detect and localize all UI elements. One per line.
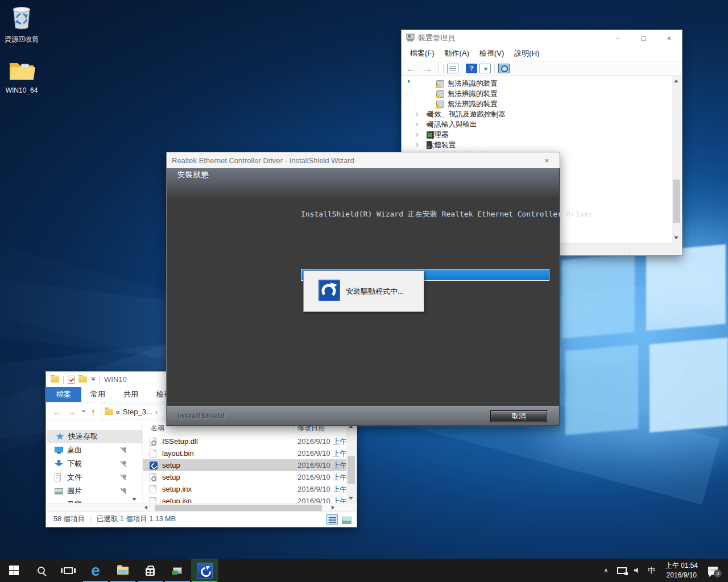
horizontal-scrollbar[interactable] (47, 503, 356, 512)
file-list-scrollbar[interactable] (346, 422, 356, 503)
menu-item[interactable]: 說明(H) (509, 48, 544, 59)
ribbon-tab[interactable]: 常用 (81, 387, 114, 402)
device-tree-item[interactable]: › 無法辨識的裝置 (402, 99, 672, 109)
device-tree-item[interactable]: › 無法辨識的裝置 (402, 78, 672, 89)
ribbon-tab[interactable]: 共用 (114, 387, 147, 402)
taskbar-button-icon (117, 567, 129, 575)
nav-forward-icon[interactable]: → (66, 407, 78, 417)
file-row[interactable]: setup.isn 2016/9/10 上午 0 (143, 495, 356, 503)
device-tree-item[interactable]: › 無法辨識的裝置 (402, 89, 672, 99)
help-icon[interactable]: ? (466, 64, 477, 73)
scrollbar-thumb[interactable] (155, 505, 322, 511)
sidebar-item[interactable]: 快速存取 (47, 430, 142, 443)
clock[interactable]: 上午 01:54 2016/9/10 (660, 561, 704, 579)
device-label: 無法辨識的裝置 (448, 99, 498, 109)
scroll-down-icon[interactable] (672, 233, 681, 243)
device-manager-titlebar[interactable]: 裝置管理員 – □ × (402, 30, 682, 46)
sidebar-item[interactable]: 桌面 (47, 443, 142, 457)
device-tree-item[interactable]: › 軟體裝置 (402, 140, 672, 150)
subdialog-text: 安裝驅動程式中... (346, 286, 404, 297)
scroll-up-icon[interactable] (672, 76, 681, 86)
sidebar-item[interactable]: 音樂 (47, 498, 142, 503)
file-row[interactable]: setup 2016/9/10 上午 0 (143, 459, 356, 471)
sidebar-item[interactable]: 圖片 (47, 484, 142, 498)
forward-icon[interactable]: → (420, 64, 435, 73)
taskbar-button[interactable] (27, 559, 55, 582)
desktop-icon-win10-folder[interactable]: WIN10_64 (1, 60, 42, 94)
menu-item[interactable]: 檔案(F) (405, 48, 440, 59)
device-tree-item[interactable]: › 音效、視訊及遊戲控制器 (402, 109, 672, 119)
maximize-button[interactable]: □ (631, 30, 656, 46)
taskbar-button[interactable] (55, 559, 82, 582)
scan-hardware-icon[interactable] (498, 64, 510, 73)
column-name[interactable]: 名稱 (143, 423, 164, 433)
action-center-icon[interactable]: 3 (708, 567, 718, 575)
new-folder-quick-icon[interactable] (78, 376, 87, 383)
device-tree-item[interactable]: › 處理器 (402, 130, 672, 140)
properties-quick-icon[interactable] (68, 376, 75, 384)
breadcrumb-label[interactable]: Step_3... (123, 408, 152, 416)
scroll-down-icon[interactable] (346, 493, 356, 503)
menu-item[interactable]: 檢視(V) (474, 48, 509, 59)
file-row[interactable]: setup.inx 2016/9/10 上午 0 (143, 483, 356, 495)
sidebar-item[interactable]: 文件 (47, 471, 142, 484)
realtek-logo-icon (318, 280, 340, 304)
device-tree-scrollbar[interactable] (672, 76, 681, 243)
properties-icon[interactable] (447, 64, 458, 73)
taskbar-buttons (0, 559, 218, 582)
expand-chevron-icon[interactable]: › (416, 130, 423, 139)
qat-dropdown-icon[interactable] (91, 379, 96, 381)
file-name: layout.bin (162, 449, 194, 458)
scrollbar-thumb[interactable] (348, 456, 355, 484)
breadcrumb-chevron-icon[interactable]: › (155, 408, 158, 416)
sidebar-scroll-down-icon[interactable] (132, 498, 136, 501)
breadcrumb-prefix[interactable]: « (116, 408, 120, 416)
expand-chevron-icon[interactable]: › (416, 109, 423, 119)
cancel-button[interactable]: 取消 (490, 410, 547, 422)
large-icons-view-button[interactable] (340, 514, 351, 525)
file-row[interactable]: layout.bin 2016/9/10 上午 0 (143, 447, 356, 459)
network-icon[interactable] (617, 567, 627, 574)
tray-overflow-chevron-icon[interactable]: ∧ (599, 567, 613, 574)
file-rows: ISSetup.dll 2016/9/10 上午 0 layout.bin 20… (143, 435, 356, 503)
taskbar-button[interactable] (164, 559, 191, 582)
close-button[interactable]: × (656, 30, 682, 46)
scroll-right-icon[interactable] (332, 505, 334, 510)
details-view-button[interactable] (326, 514, 338, 525)
file-icon (150, 450, 156, 458)
taskbar-button[interactable] (109, 559, 136, 582)
file-date: 2016/9/10 上午 0 (297, 436, 349, 447)
file-row[interactable]: setup 2016/9/10 上午 0 (143, 471, 356, 483)
nav-up-icon[interactable]: ↑ (89, 407, 97, 417)
file-date: 2016/9/10 上午 0 (297, 448, 349, 459)
action-icon[interactable] (479, 64, 491, 73)
device-icon (427, 131, 434, 139)
taskbar-button[interactable] (0, 559, 27, 582)
taskbar-button-icon (146, 568, 155, 576)
taskbar-button[interactable] (191, 559, 218, 582)
nav-history-dropdown-icon[interactable] (81, 410, 86, 413)
ime-indicator[interactable]: 中 (643, 566, 660, 576)
nav-back-icon[interactable]: ← (51, 407, 63, 417)
ribbon-tab[interactable]: 檔案 (46, 387, 81, 402)
expand-chevron-icon[interactable]: › (416, 119, 423, 129)
back-icon[interactable]: ← (404, 64, 418, 73)
volume-icon[interactable] (634, 568, 638, 573)
sidebar-item[interactable]: 下載 (47, 457, 142, 471)
items-count: 58 個項目 (53, 514, 85, 524)
file-row[interactable]: ISSetup.dll 2016/9/10 上午 0 (143, 435, 356, 447)
scrollbar-thumb[interactable] (673, 180, 680, 223)
menu-item[interactable]: 動作(A) (440, 48, 474, 59)
expand-chevron-icon[interactable]: › (416, 140, 423, 149)
scroll-left-icon[interactable] (144, 505, 147, 510)
minimize-button[interactable]: – (605, 30, 631, 46)
sidebar-item-icon (55, 447, 63, 452)
close-button[interactable]: × (534, 152, 560, 168)
system-tray: ∧ 中 上午 01:54 2016/9/10 3 (599, 559, 728, 582)
wizard-titlebar[interactable]: Realtek Ethernet Controller Driver - Ins… (167, 152, 560, 168)
taskbar-button[interactable] (136, 559, 164, 582)
taskbar-button[interactable] (82, 559, 109, 582)
device-tree-item[interactable]: › 音訊輸入與輸出 (402, 119, 672, 130)
desktop-icon-recycle-bin[interactable]: 資源回收筒 (1, 5, 42, 44)
taskbar-button-icon (38, 567, 45, 574)
